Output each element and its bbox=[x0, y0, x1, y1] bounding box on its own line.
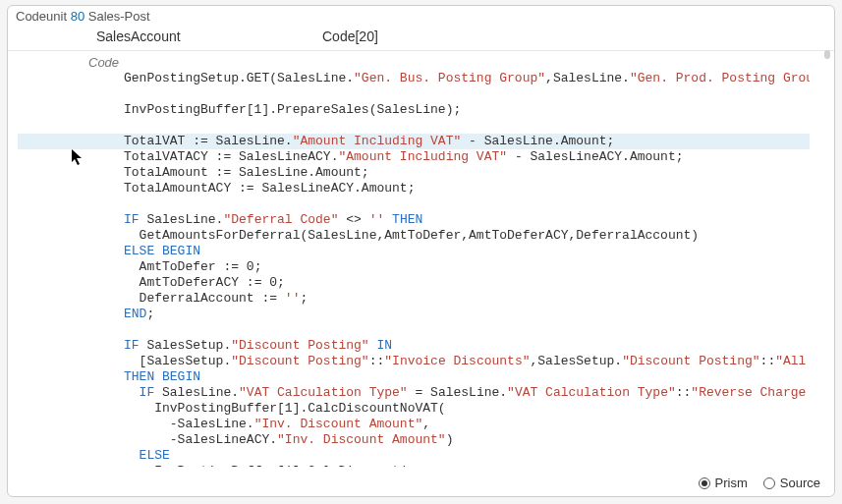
code-line[interactable]: TotalVAT := SalesLine."Amount Including … bbox=[18, 134, 810, 149]
code-line[interactable]: GenPostingSetup.GET(SalesLine."Gen. Bus.… bbox=[18, 71, 810, 86]
code-line[interactable]: GetAmountsForDeferral(SalesLine,AmtToDef… bbox=[18, 228, 810, 244]
code-line[interactable]: InvPostingBuffer[1].PrepareSales(SalesLi… bbox=[18, 102, 810, 118]
title-number: 80 bbox=[71, 9, 84, 24]
title-name: Sales-Post bbox=[88, 9, 150, 24]
code-line[interactable]: -SalesLineACY."Inv. Discount Amount") bbox=[18, 432, 810, 448]
radio-prism[interactable]: Prism bbox=[699, 476, 748, 490]
code-line[interactable]: ELSE bbox=[18, 448, 810, 464]
code-line[interactable]: TotalAmountACY := SalesLineACY.Amount; bbox=[18, 181, 810, 196]
view-mode-footer: Prism Source bbox=[699, 476, 820, 490]
code-section-label: Code bbox=[88, 55, 119, 70]
code-line[interactable]: IF SalesLine."Deferral Code" <> '' THEN bbox=[18, 212, 810, 228]
scrollbar-thumb[interactable] bbox=[824, 50, 830, 59]
code-line[interactable]: END; bbox=[18, 307, 810, 322]
code-line[interactable]: DeferralAccount := ''; bbox=[18, 291, 810, 307]
radio-source[interactable]: Source bbox=[763, 476, 820, 490]
code-line[interactable]: TotalVATACY := SalesLineACY."Amount Incl… bbox=[18, 149, 810, 165]
column-header-row: SalesAccount Code[20] bbox=[8, 25, 834, 51]
code-line[interactable]: InvPostingBuffer[1].CalcDiscount( bbox=[18, 464, 810, 467]
code-line[interactable]: ELSE BEGIN bbox=[18, 244, 810, 259]
code-line[interactable]: TotalAmount := SalesLine.Amount; bbox=[18, 165, 810, 181]
radio-dot-icon bbox=[763, 477, 775, 489]
title-prefix: Codeunit bbox=[16, 9, 67, 24]
header-col-type: Code[20] bbox=[322, 28, 834, 44]
code-line[interactable]: InvPostingBuffer[1].CalcDiscountNoVAT( bbox=[18, 401, 810, 417]
radio-dot-icon bbox=[699, 477, 710, 489]
code-line[interactable]: AmtToDefer := 0; bbox=[18, 259, 810, 275]
editor-window: Codeunit 80 Sales-Post SalesAccount Code… bbox=[7, 5, 835, 497]
code-line[interactable] bbox=[18, 118, 810, 134]
code-line[interactable]: IF SalesSetup."Discount Posting" IN bbox=[18, 338, 810, 354]
code-line[interactable] bbox=[18, 86, 810, 102]
window-title: Codeunit 80 Sales-Post bbox=[8, 6, 834, 25]
code-line[interactable] bbox=[18, 322, 810, 338]
radio-source-label: Source bbox=[780, 476, 820, 490]
code-line[interactable]: [SalesSetup."Discount Posting"::"Invoice… bbox=[18, 354, 810, 369]
code-line[interactable]: IF SalesLine."VAT Calculation Type" = Sa… bbox=[18, 385, 810, 401]
scrollbar-track[interactable] bbox=[822, 33, 830, 469]
code-line[interactable]: AmtToDeferACY := 0; bbox=[18, 275, 810, 291]
radio-prism-label: Prism bbox=[715, 476, 748, 490]
code-block[interactable]: GenPostingSetup.GET(SalesLine."Gen. Bus.… bbox=[18, 71, 810, 467]
code-line[interactable]: -SalesLine."Inv. Discount Amount", bbox=[18, 417, 810, 432]
header-col-name: SalesAccount bbox=[8, 28, 322, 44]
cursor-icon bbox=[71, 148, 84, 166]
code-line[interactable] bbox=[18, 196, 810, 212]
code-line[interactable]: THEN BEGIN bbox=[18, 369, 810, 385]
code-area[interactable]: Code GenPostingSetup.GET(SalesLine."Gen.… bbox=[18, 55, 810, 467]
